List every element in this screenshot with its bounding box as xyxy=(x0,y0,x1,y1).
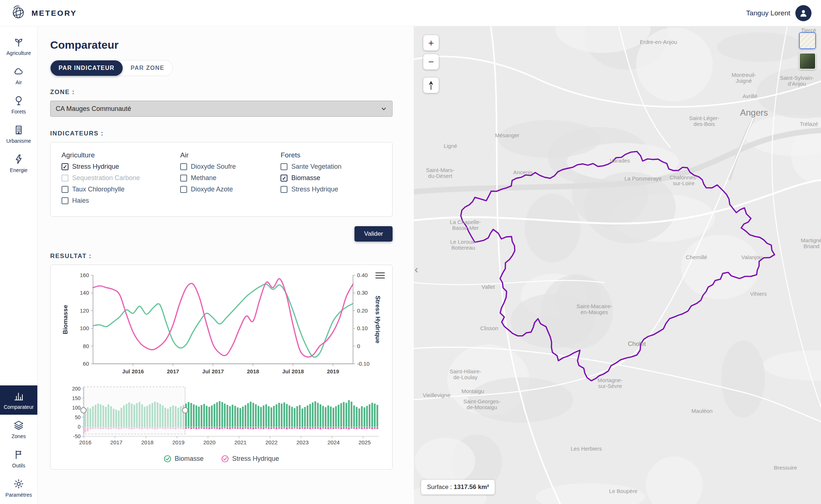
legend-stress-hydrique[interactable]: Stress Hydrique xyxy=(221,455,279,463)
chevron-down-icon xyxy=(380,105,387,112)
parametres-icon xyxy=(13,478,24,489)
town-label: Saint-Léger-des-Bois xyxy=(689,115,720,127)
user-name: Tanguy Lorent xyxy=(746,9,790,17)
checkbox-stress-hydrique[interactable]: Stress Hydrique xyxy=(281,186,381,193)
town-label: Vieillevigne xyxy=(423,392,450,398)
town-label: Varades xyxy=(610,157,630,164)
tab-par-indicateur[interactable]: PAR INDICATEUR xyxy=(51,60,123,76)
town-label: Vihiers xyxy=(750,291,767,297)
svg-text:100: 100 xyxy=(72,405,81,411)
checkbox-label: Dioxyde Soufre xyxy=(191,163,236,171)
checkbox-label: Stress Hydrique xyxy=(72,163,119,171)
indicator-group-air: AirDioxyde SoufreMethaneDioxyde Azote xyxy=(180,151,281,208)
checkbox-stress-hydrique[interactable]: ✓Stress Hydrique xyxy=(62,163,180,171)
town-label: Chemillé xyxy=(686,254,707,260)
sidebar-item-parametres[interactable]: Paramètres xyxy=(0,473,37,503)
town-label: Le Loroux-Bottereau xyxy=(450,239,476,251)
svg-text:2017: 2017 xyxy=(167,368,179,374)
brush-handle-right[interactable] xyxy=(182,408,188,413)
sidebar-item-forets[interactable]: Forets xyxy=(0,90,37,119)
town-label: Angers xyxy=(740,108,768,117)
town-label: Clisson xyxy=(480,325,498,331)
checkbox-sequestration-carbone: Sequestration Carbone xyxy=(62,174,180,182)
checkbox-label: Haies xyxy=(72,197,89,205)
valider-button[interactable]: Valider xyxy=(354,226,393,242)
checkbox-box-icon xyxy=(62,175,68,182)
town-label: Chalonnes-sur-Loire xyxy=(670,174,698,186)
town-label: Mauléon xyxy=(691,408,713,414)
tabs: PAR INDICATEUR PAR ZONE xyxy=(50,60,173,76)
tab-par-zone[interactable]: PAR ZONE xyxy=(123,60,172,76)
svg-text:160: 160 xyxy=(80,272,89,278)
result-box: 6080100120140160-0.1000.100.200.300.40Ju… xyxy=(50,265,393,470)
biomasse-line xyxy=(93,284,353,357)
town-label: Cholet xyxy=(628,340,646,347)
checkbox-dioxyde-soufre[interactable]: Dioxyde Soufre xyxy=(180,163,281,171)
surface-badge: Surface :1317.56 km² xyxy=(421,480,495,494)
sidebar-item-comparateur[interactable]: Comparateur xyxy=(0,385,37,415)
layer-switcher xyxy=(799,32,816,70)
legend-label: Stress Hydrique xyxy=(232,455,279,463)
indicator-group-title: Air xyxy=(180,151,281,159)
map[interactable]: TiercéErdre-en-AnjouMontreuil-JuignéSain… xyxy=(414,26,821,504)
timeline-navigator-chart[interactable]: 200150100500-502016201720182019202020212… xyxy=(56,386,386,450)
checkbox-dioxyde-azote[interactable]: Dioxyde Azote xyxy=(180,186,281,193)
checkbox-box-icon xyxy=(180,163,187,170)
svg-text:2019: 2019 xyxy=(172,439,185,445)
indicators-label: INDICATEURS : xyxy=(50,130,393,137)
checkbox-sante-vegetation[interactable]: Sante Vegetation xyxy=(281,163,381,171)
svg-text:140: 140 xyxy=(80,290,89,296)
collapse-panel-button[interactable]: ‹ xyxy=(414,261,421,278)
indicator-group-agriculture: Agriculture✓Stress HydriqueSequestration… xyxy=(62,151,180,208)
svg-text:Stress Hydrique: Stress Hydrique xyxy=(374,296,381,343)
svg-text:-0.10: -0.10 xyxy=(357,361,369,367)
svg-text:0: 0 xyxy=(78,424,81,430)
sidebar-item-zones[interactable]: Zones xyxy=(0,415,37,444)
page-title: Comparateur xyxy=(50,39,393,51)
svg-text:2018: 2018 xyxy=(141,439,153,445)
svg-text:-50: -50 xyxy=(73,433,81,439)
stress-hydrique-line xyxy=(93,279,353,357)
sidebar-item-label: Outils xyxy=(12,463,25,468)
indicator-group-forets: ForetsSante Vegetation✓BiomasseStress Hy… xyxy=(281,151,381,208)
zoom-in-button[interactable]: + xyxy=(423,35,439,51)
legend-biomasse[interactable]: Biomasse xyxy=(164,455,204,463)
avatar[interactable] xyxy=(795,5,811,21)
comparateur-icon xyxy=(13,391,24,402)
app: METEORY Tanguy Lorent AgricultureAirFore… xyxy=(0,0,821,504)
sidebar-item-agriculture[interactable]: Agriculture xyxy=(0,31,37,61)
urbanisme-icon xyxy=(13,124,24,135)
checkbox-haies[interactable]: Haies xyxy=(62,197,180,205)
checkbox-box-icon: ✓ xyxy=(62,163,68,170)
town-label: Avrillé xyxy=(743,93,758,99)
layer-satellite-thumbnail[interactable] xyxy=(799,53,816,70)
checkbox-methane[interactable]: Methane xyxy=(180,174,281,182)
checkbox-taux-chlorophylle[interactable]: Taux Chlorophylle xyxy=(62,186,180,193)
chart-menu-icon[interactable] xyxy=(375,271,385,280)
layer-map-thumbnail[interactable] xyxy=(799,32,816,49)
checkbox-biomasse[interactable]: ✓Biomasse xyxy=(281,174,381,182)
sidebar-item-outils[interactable]: Outils xyxy=(0,444,37,473)
svg-text:2017: 2017 xyxy=(110,439,122,445)
svg-text:2016: 2016 xyxy=(79,439,91,445)
svg-text:0.20: 0.20 xyxy=(357,307,368,314)
surface-value: 1317.56 km² xyxy=(454,484,489,490)
sidebar-item-label: Forets xyxy=(11,109,26,115)
sidebar-item-urbanisme[interactable]: Urbanisme xyxy=(0,119,37,149)
compass-button[interactable] xyxy=(423,78,439,93)
zone-select-value: CA Mauges Communauté xyxy=(56,105,131,113)
sidebar-item-air[interactable]: Air xyxy=(0,61,37,90)
brush-handle-left[interactable] xyxy=(81,408,86,413)
brush-selection[interactable] xyxy=(83,387,185,434)
zoom-out-button[interactable]: − xyxy=(423,54,439,70)
map-canvas[interactable]: TiercéErdre-en-AnjouMontreuil-JuignéSain… xyxy=(414,26,821,504)
svg-text:200: 200 xyxy=(72,386,81,392)
sidebar-item-energie[interactable]: Energie xyxy=(0,149,37,178)
svg-text:0.10: 0.10 xyxy=(357,325,368,331)
town-label: Saint-Georges-de-Montaigu xyxy=(463,398,501,410)
zones-icon xyxy=(13,420,24,431)
svg-text:50: 50 xyxy=(75,414,81,420)
zone-select[interactable]: CA Mauges Communauté xyxy=(50,101,393,117)
chart-legend: BiomasseStress Hydrique xyxy=(56,455,386,463)
svg-text:120: 120 xyxy=(80,307,89,314)
